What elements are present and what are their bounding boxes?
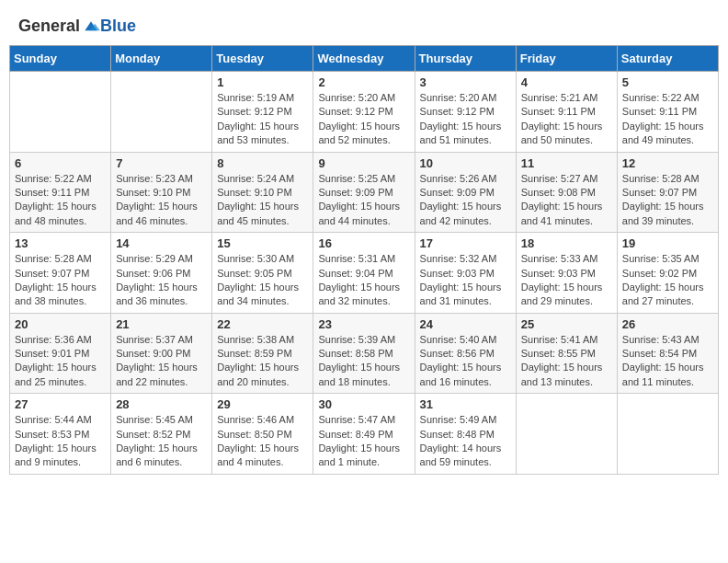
day-info: Sunrise: 5:24 AM Sunset: 9:10 PM Dayligh… [217,172,308,229]
calendar-day-cell: 20Sunrise: 5:36 AM Sunset: 9:01 PM Dayli… [10,313,111,394]
page-header: General Blue [9,9,719,40]
day-info: Sunrise: 5:20 AM Sunset: 9:12 PM Dayligh… [420,91,511,148]
calendar-day-cell [617,394,718,475]
calendar-day-cell: 15Sunrise: 5:30 AM Sunset: 9:05 PM Dayli… [212,233,313,314]
calendar-week-row: 20Sunrise: 5:36 AM Sunset: 9:01 PM Dayli… [10,313,719,394]
day-info: Sunrise: 5:22 AM Sunset: 9:11 PM Dayligh… [622,91,713,148]
calendar-day-cell: 23Sunrise: 5:39 AM Sunset: 8:58 PM Dayli… [313,313,415,394]
day-info: Sunrise: 5:23 AM Sunset: 9:10 PM Dayligh… [116,172,207,229]
calendar-day-cell: 21Sunrise: 5:37 AM Sunset: 9:00 PM Dayli… [111,313,212,394]
day-number: 13 [15,236,106,250]
calendar-day-cell: 1Sunrise: 5:19 AM Sunset: 9:12 PM Daylig… [212,72,313,153]
day-number: 21 [116,317,207,331]
calendar-weekday-header: Friday [516,46,617,72]
day-info: Sunrise: 5:25 AM Sunset: 9:09 PM Dayligh… [318,172,409,229]
calendar-day-cell: 4Sunrise: 5:21 AM Sunset: 9:11 PM Daylig… [516,72,617,153]
day-info: Sunrise: 5:19 AM Sunset: 9:12 PM Dayligh… [217,91,308,148]
calendar-weekday-header: Saturday [617,46,718,72]
day-number: 25 [521,317,612,331]
calendar-day-cell: 24Sunrise: 5:40 AM Sunset: 8:56 PM Dayli… [415,313,516,394]
calendar-day-cell: 11Sunrise: 5:27 AM Sunset: 9:08 PM Dayli… [516,152,617,233]
calendar-day-cell [516,394,617,475]
calendar-day-cell: 29Sunrise: 5:46 AM Sunset: 8:50 PM Dayli… [212,394,313,475]
day-number: 7 [116,156,207,170]
day-number: 1 [217,75,308,89]
day-info: Sunrise: 5:39 AM Sunset: 8:58 PM Dayligh… [318,333,409,390]
calendar-day-cell: 9Sunrise: 5:25 AM Sunset: 9:09 PM Daylig… [313,152,415,233]
calendar-day-cell: 12Sunrise: 5:28 AM Sunset: 9:07 PM Dayli… [617,152,718,233]
calendar-day-cell: 25Sunrise: 5:41 AM Sunset: 8:55 PM Dayli… [516,313,617,394]
day-number: 3 [420,75,511,89]
day-info: Sunrise: 5:35 AM Sunset: 9:02 PM Dayligh… [622,252,713,309]
day-number: 9 [318,156,409,170]
calendar-weekday-header: Wednesday [313,46,415,72]
calendar-day-cell: 2Sunrise: 5:20 AM Sunset: 9:12 PM Daylig… [313,72,415,153]
logo-icon [82,17,100,36]
day-info: Sunrise: 5:28 AM Sunset: 9:07 PM Dayligh… [15,252,106,309]
day-info: Sunrise: 5:43 AM Sunset: 8:54 PM Dayligh… [622,333,713,390]
calendar-day-cell: 26Sunrise: 5:43 AM Sunset: 8:54 PM Dayli… [617,313,718,394]
logo: General Blue [18,17,136,36]
calendar-day-cell: 14Sunrise: 5:29 AM Sunset: 9:06 PM Dayli… [111,233,212,314]
day-info: Sunrise: 5:26 AM Sunset: 9:09 PM Dayligh… [420,172,511,229]
day-number: 15 [217,236,308,250]
day-number: 19 [622,236,713,250]
day-number: 5 [622,75,713,89]
day-info: Sunrise: 5:28 AM Sunset: 9:07 PM Dayligh… [622,172,713,229]
day-number: 8 [217,156,308,170]
calendar-week-row: 13Sunrise: 5:28 AM Sunset: 9:07 PM Dayli… [10,233,719,314]
calendar-day-cell: 22Sunrise: 5:38 AM Sunset: 8:59 PM Dayli… [212,313,313,394]
calendar-weekday-header: Monday [111,46,212,72]
day-info: Sunrise: 5:27 AM Sunset: 9:08 PM Dayligh… [521,172,612,229]
logo-blue-text: Blue [100,17,136,36]
day-number: 10 [420,156,511,170]
day-info: Sunrise: 5:36 AM Sunset: 9:01 PM Dayligh… [15,333,106,390]
day-number: 14 [116,236,207,250]
day-number: 24 [420,317,511,331]
day-info: Sunrise: 5:46 AM Sunset: 8:50 PM Dayligh… [217,413,308,470]
day-number: 26 [622,317,713,331]
day-number: 30 [318,397,409,411]
day-number: 28 [116,397,207,411]
calendar-day-cell [111,72,212,153]
day-info: Sunrise: 5:22 AM Sunset: 9:11 PM Dayligh… [15,172,106,229]
calendar-day-cell: 3Sunrise: 5:20 AM Sunset: 9:12 PM Daylig… [415,72,516,153]
calendar-weekday-header: Sunday [10,46,111,72]
calendar-day-cell: 18Sunrise: 5:33 AM Sunset: 9:03 PM Dayli… [516,233,617,314]
calendar-day-cell: 6Sunrise: 5:22 AM Sunset: 9:11 PM Daylig… [10,152,111,233]
calendar-weekday-header: Tuesday [212,46,313,72]
calendar-table: SundayMondayTuesdayWednesdayThursdayFrid… [9,45,719,475]
day-number: 11 [521,156,612,170]
calendar-weekday-header: Thursday [415,46,516,72]
day-info: Sunrise: 5:37 AM Sunset: 9:00 PM Dayligh… [116,333,207,390]
day-number: 22 [217,317,308,331]
day-info: Sunrise: 5:33 AM Sunset: 9:03 PM Dayligh… [521,252,612,309]
calendar-day-cell: 13Sunrise: 5:28 AM Sunset: 9:07 PM Dayli… [10,233,111,314]
day-number: 16 [318,236,409,250]
logo-general-text: General [18,17,80,36]
calendar-day-cell: 17Sunrise: 5:32 AM Sunset: 9:03 PM Dayli… [415,233,516,314]
day-number: 29 [217,397,308,411]
day-number: 20 [15,317,106,331]
day-number: 6 [15,156,106,170]
day-number: 4 [521,75,612,89]
day-number: 12 [622,156,713,170]
day-number: 2 [318,75,409,89]
day-info: Sunrise: 5:44 AM Sunset: 8:53 PM Dayligh… [15,413,106,470]
calendar-day-cell: 28Sunrise: 5:45 AM Sunset: 8:52 PM Dayli… [111,394,212,475]
calendar-day-cell: 31Sunrise: 5:49 AM Sunset: 8:48 PM Dayli… [415,394,516,475]
calendar-day-cell: 10Sunrise: 5:26 AM Sunset: 9:09 PM Dayli… [415,152,516,233]
day-info: Sunrise: 5:47 AM Sunset: 8:49 PM Dayligh… [318,413,409,470]
day-number: 31 [420,397,511,411]
day-info: Sunrise: 5:29 AM Sunset: 9:06 PM Dayligh… [116,252,207,309]
day-info: Sunrise: 5:30 AM Sunset: 9:05 PM Dayligh… [217,252,308,309]
calendar-day-cell: 5Sunrise: 5:22 AM Sunset: 9:11 PM Daylig… [617,72,718,153]
calendar-week-row: 1Sunrise: 5:19 AM Sunset: 9:12 PM Daylig… [10,72,719,153]
calendar-week-row: 27Sunrise: 5:44 AM Sunset: 8:53 PM Dayli… [10,394,719,475]
calendar-day-cell: 30Sunrise: 5:47 AM Sunset: 8:49 PM Dayli… [313,394,415,475]
day-info: Sunrise: 5:41 AM Sunset: 8:55 PM Dayligh… [521,333,612,390]
day-info: Sunrise: 5:49 AM Sunset: 8:48 PM Dayligh… [420,413,511,470]
day-info: Sunrise: 5:31 AM Sunset: 9:04 PM Dayligh… [318,252,409,309]
day-number: 18 [521,236,612,250]
day-number: 27 [15,397,106,411]
